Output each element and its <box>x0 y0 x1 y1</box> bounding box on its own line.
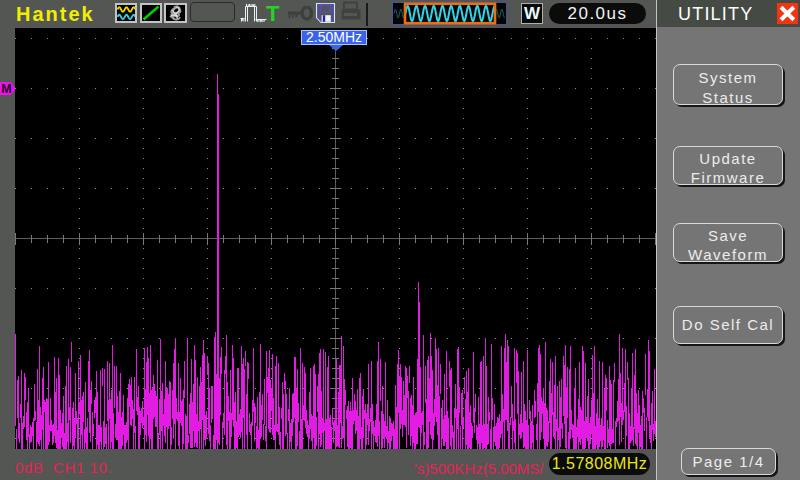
svg-text:M: M <box>1 82 11 96</box>
